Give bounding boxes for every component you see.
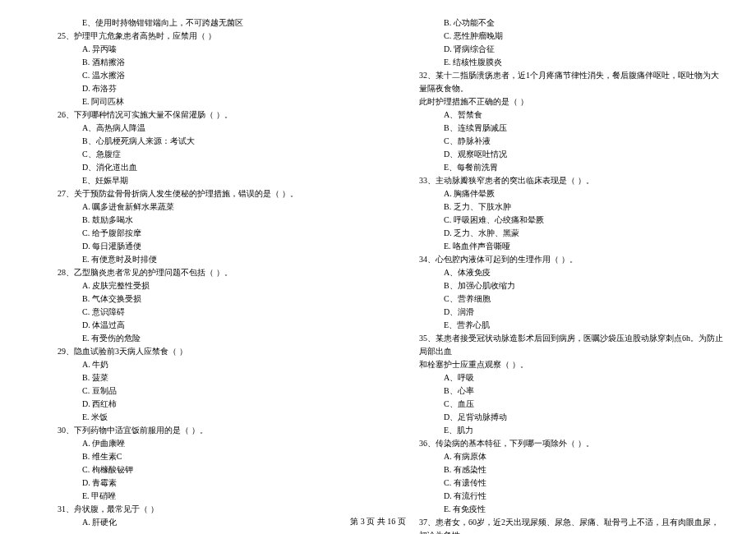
q25-stem: 25、护理甲亢危象患者高热时，应禁用（ ）	[33, 30, 362, 43]
q25-option-B: B. 酒精擦浴	[33, 56, 362, 69]
q30-option-B: B. 维生素C	[33, 450, 362, 463]
q34-option-C: C、营养细胞	[394, 292, 723, 306]
q36-stem: 36、传染病的基本特征，下列哪一项除外（ ）。	[394, 437, 723, 450]
q25-option-C: C. 温水擦浴	[33, 69, 362, 82]
q35-option-E: E、肌力	[394, 424, 723, 437]
q28-option-B: B. 气体交换受损	[33, 292, 362, 306]
q27-option-D: D. 每日灌肠通便	[33, 240, 362, 253]
right-column: B. 心功能不全 C. 恶性肿瘤晚期 D. 肾病综合征 E. 结核性腹膜炎 32…	[394, 16, 723, 501]
q31-stem: 31、舟状腹，最常见于（ ）	[33, 503, 362, 516]
q35-stem: 35、某患者接受冠状动脉造影术后回到病房，医嘱沙袋压迫股动脉穿刺点6h。为防止局…	[394, 332, 723, 358]
q35-option-C: C、血压	[394, 398, 723, 411]
q30-stem: 30、下列药物中适宜饭前服用的是（ ）。	[33, 424, 362, 437]
q36-option-E: E. 有免疫性	[394, 503, 723, 516]
q32-option-B: B、连续胃肠减压	[394, 122, 723, 135]
q27-option-C: C. 给予腹部按摩	[33, 227, 362, 240]
q36-option-D: D. 有流行性	[394, 490, 723, 503]
q36-option-B: B. 有感染性	[394, 463, 723, 476]
q25-option-E: E. 阿司匹林	[33, 95, 362, 108]
q29-option-E: E. 米饭	[33, 411, 362, 424]
q35-option-D: D、足背动脉搏动	[394, 411, 723, 424]
q26-option-B: B、心肌梗死病人来源：考试大	[33, 135, 362, 148]
q29-option-A: A. 牛奶	[33, 358, 362, 371]
q28-option-E: E. 有受伤的危险	[33, 332, 362, 345]
q33-option-B: B. 乏力、下肢水肿	[394, 200, 723, 214]
q30-option-D: D. 青霉素	[33, 476, 362, 490]
q33-stem: 33、主动脉瓣狭窄患者的突出临床表现是（ ）。	[394, 174, 723, 187]
q29-option-C: C. 豆制品	[33, 384, 362, 398]
q29-option-D: D. 西红柿	[33, 398, 362, 411]
q36-option-C: C. 有遗传性	[394, 476, 723, 490]
page-footer: 第 3 页 共 16 页	[0, 516, 756, 527]
q31-option-D: D. 肾病综合征	[394, 43, 723, 56]
q26-stem: 26、下列哪种情况可实施大量不保留灌肠（ ）。	[33, 108, 362, 122]
q33-option-C: C. 呼吸困难、心绞痛和晕厥	[394, 214, 723, 227]
q31-option-E: E. 结核性腹膜炎	[394, 56, 723, 69]
q28-option-A: A. 皮肤完整性受损	[33, 279, 362, 292]
q32-option-E: E、每餐前洗胃	[394, 161, 723, 174]
q26-option-A: A、高热病人降温	[33, 122, 362, 135]
q32-stem: 32、某十二指肠溃疡患者，近1个月疼痛节律性消失，餐后腹痛伴呕吐，呕吐物为大量隔…	[394, 69, 723, 95]
q30-option-A: A. 伊曲康唑	[33, 437, 362, 450]
q32-option-C: C、静脉补液	[394, 135, 723, 148]
q34-stem: 34、心包腔内液体可起到的生理作用（ ）。	[394, 253, 723, 266]
q24-option-E: E、使用时持物钳钳端向上，不可跨越无菌区	[33, 16, 362, 30]
q32-option-A: A、暂禁食	[394, 108, 723, 122]
q29-option-B: B. 菠菜	[33, 371, 362, 384]
q31-option-C: C. 恶性肿瘤晚期	[394, 30, 723, 43]
q25-option-D: D. 布洛芬	[33, 82, 362, 95]
q27-option-A: A. 嘱多进食新鲜水果蔬菜	[33, 200, 362, 214]
q32-stem-cont: 此时护理措施不正确的是（ ）	[394, 95, 723, 108]
q28-option-C: C. 意识障碍	[33, 306, 362, 319]
q31-option-B: B. 心功能不全	[394, 16, 723, 30]
q26-option-D: D、消化道出血	[33, 161, 362, 174]
q33-option-D: D. 乏力、水肿、黑蒙	[394, 227, 723, 240]
q35-option-A: A、呼吸	[394, 371, 723, 384]
q27-stem: 27、关于预防盆骨骨折病人发生便秘的护理措施，错误的是（ ）。	[33, 187, 362, 200]
q26-option-E: E、妊娠早期	[33, 174, 362, 187]
q36-option-A: A. 有病原体	[394, 450, 723, 463]
q29-stem: 29、隐血试验前3天病人应禁食（ ）	[33, 345, 362, 358]
q28-option-D: D. 体温过高	[33, 319, 362, 332]
content-columns: E、使用时持物钳钳端向上，不可跨越无菌区 25、护理甲亢危象患者高热时，应禁用（…	[33, 16, 723, 501]
q28-stem: 28、乙型脑炎患者常见的护理问题不包括（ ）。	[33, 266, 362, 279]
q34-option-D: D、润滑	[394, 306, 723, 319]
q25-option-A: A. 异丙嗪	[33, 43, 362, 56]
q30-option-C: C. 枸橼酸铋钾	[33, 463, 362, 476]
q27-option-E: E. 有便意时及时排便	[33, 253, 362, 266]
q33-option-E: E. 咯血伴声音嘶哑	[394, 240, 723, 253]
q35-stem-cont: 和栓塞护士应重点观察（ ）。	[394, 358, 723, 371]
q35-option-B: B、心率	[394, 384, 723, 398]
q27-option-B: B. 鼓励多喝水	[33, 214, 362, 227]
q26-option-C: C、急腹症	[33, 148, 362, 161]
q32-option-D: D、观察呕吐情况	[394, 148, 723, 161]
q33-option-A: A. 胸痛伴晕厥	[394, 187, 723, 200]
left-column: E、使用时持物钳钳端向上，不可跨越无菌区 25、护理甲亢危象患者高热时，应禁用（…	[33, 16, 362, 501]
q30-option-E: E. 甲硝唑	[33, 490, 362, 503]
q34-option-B: B、加强心肌收缩力	[394, 279, 723, 292]
q34-option-A: A、体液免疫	[394, 266, 723, 279]
q34-option-E: E、营养心肌	[394, 319, 723, 332]
